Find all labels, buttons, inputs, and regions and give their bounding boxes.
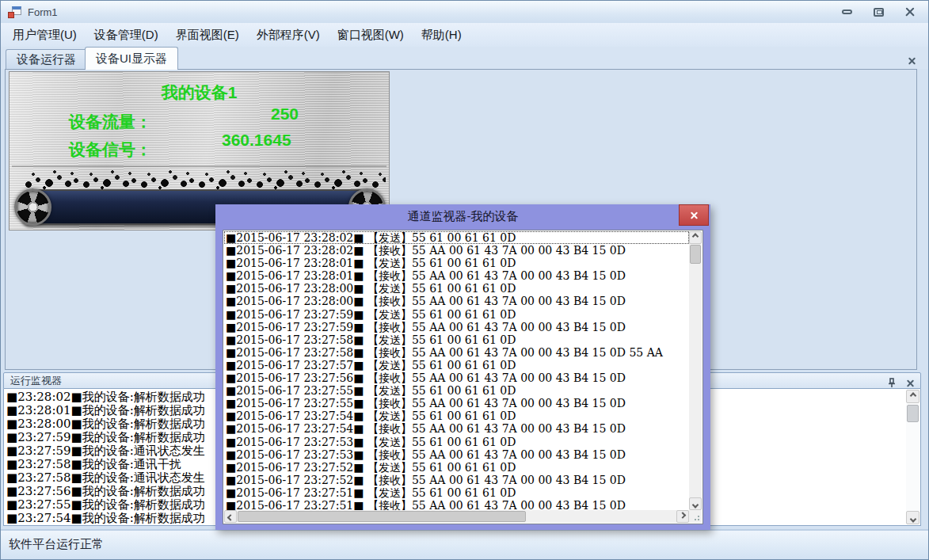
status-text: 软件平台运行正常 <box>1 531 104 558</box>
scroll-up-button[interactable] <box>906 390 919 403</box>
tab-close-button[interactable] <box>908 53 916 67</box>
minimize-button[interactable] <box>840 5 854 19</box>
dock-panel-content <box>708 389 921 526</box>
channel-log-row[interactable]: ■2015-06-17 23:27:52■ 【发送】55 61 00 61 61… <box>224 461 689 474</box>
panel-scrollbar[interactable] <box>906 390 919 524</box>
scroll-down-button[interactable] <box>689 497 702 510</box>
channel-log-row[interactable]: ■2015-06-17 23:27:58■ 【发送】55 61 00 61 61… <box>224 333 689 346</box>
scroll-left-button[interactable] <box>224 510 237 523</box>
tab-device-runner[interactable]: 设备运行器 <box>6 49 87 69</box>
scroll-down-icon <box>692 501 699 508</box>
scrollbar-thumb[interactable] <box>907 405 919 422</box>
channel-log-row[interactable]: ■2015-06-17 23:28:01■ 【发送】55 61 00 61 61… <box>224 257 689 269</box>
menu-item[interactable]: 外部程序(V) <box>248 23 329 47</box>
status-bar: 软件平台运行正常 <box>1 529 928 559</box>
channel-log-row[interactable]: ■2015-06-17 23:28:02■ 【接收】55 AA 00 61 43… <box>224 244 689 257</box>
channel-log-row[interactable]: ■2015-06-17 23:27:52■ 【接收】55 AA 00 61 43… <box>224 474 689 486</box>
menu-item[interactable]: 窗口视图(W) <box>329 23 413 47</box>
title-bar: Form1 <box>1 1 928 23</box>
scroll-right-button[interactable] <box>676 510 689 523</box>
dialog-close-icon <box>691 211 698 219</box>
dialog-log-listbox: ■2015-06-17 23:28:02■ 【发送】55 61 00 61 61… <box>223 230 703 524</box>
channel-log-row[interactable]: ■2015-06-17 23:27:57■ 【发送】55 61 00 61 61… <box>224 359 689 371</box>
channel-log-row[interactable]: ■2015-06-17 23:27:54■ 【接收】55 AA 00 61 43… <box>224 422 689 435</box>
channel-log-row[interactable]: ■2015-06-17 23:27:58■ 【接收】55 AA 00 61 43… <box>224 346 689 359</box>
close-icon <box>905 7 915 17</box>
menu-item[interactable]: 界面视图(E) <box>167 23 248 47</box>
close-button[interactable] <box>903 5 917 19</box>
app-window: Form1 用户管理(U)设备管理(D)界面视图(E)外部程序(V)窗口视图(W… <box>0 0 929 560</box>
channel-log-row[interactable]: ■2015-06-17 23:28:00■ 【接收】55 AA 00 61 43… <box>224 295 689 307</box>
menu-item[interactable]: 设备管理(D) <box>86 23 167 47</box>
window-title: Form1 <box>28 6 58 18</box>
resize-grip[interactable] <box>689 510 702 523</box>
scrollbar-thumb[interactable] <box>690 245 701 264</box>
minimize-icon <box>842 10 852 14</box>
flow-value: 250 <box>271 105 299 124</box>
scroll-down-button[interactable] <box>906 511 919 524</box>
channel-log-row[interactable]: ■2015-06-17 23:27:54■ 【发送】55 61 00 61 61… <box>224 410 689 422</box>
channel-log-row[interactable]: ■2015-06-17 23:28:02■ 【发送】55 61 00 61 61… <box>224 231 689 244</box>
menu-item[interactable]: 用户管理(U) <box>4 23 86 47</box>
channel-log-row[interactable]: ■2015-06-17 23:27:51■ 【接收】55 AA 00 61 43… <box>224 499 689 510</box>
device-title: 我的设备1 <box>10 82 389 104</box>
dialog-close-button[interactable] <box>679 204 709 226</box>
tab-close-icon <box>908 57 916 64</box>
channel-log-row[interactable]: ■2015-06-17 23:27:51■ 【发送】55 61 00 61 61… <box>224 486 689 499</box>
menu-item[interactable]: 帮助(H) <box>413 23 470 47</box>
signal-label: 设备信号： <box>69 139 152 161</box>
menu-bar: 用户管理(U)设备管理(D)界面视图(E)外部程序(V)窗口视图(W)帮助(H) <box>1 23 928 47</box>
channel-log-row[interactable]: ■2015-06-17 23:28:00■ 【发送】55 61 00 61 61… <box>224 282 689 295</box>
channel-log-row[interactable]: ■2015-06-17 23:27:59■ 【接收】55 AA 00 61 43… <box>224 321 689 333</box>
channel-monitor-dialog: 通道监视器-我的设备 ■2015-06-17 23:28:02■ 【发送】55 … <box>215 204 710 530</box>
scroll-up-icon <box>692 233 699 239</box>
dock-panel-header <box>708 372 921 389</box>
tab-strip: 设备运行器 设备UI显示器 <box>1 47 928 69</box>
channel-log-row[interactable]: ■2015-06-17 23:27:53■ 【发送】55 61 00 61 61… <box>224 436 689 448</box>
scroll-left-icon <box>227 514 234 520</box>
panel-close-icon <box>907 379 914 387</box>
pin-icon <box>887 378 897 388</box>
dialog-title: 通道监视器-我的设备 <box>215 204 710 228</box>
channel-log-row[interactable]: ■2015-06-17 23:28:01■ 【接收】55 AA 00 61 43… <box>224 269 689 282</box>
scrollbar-thumb[interactable] <box>238 511 526 522</box>
channel-log-row[interactable]: ■2015-06-17 23:27:55■ 【发送】55 61 00 61 61… <box>224 384 689 397</box>
scroll-down-icon <box>909 516 916 522</box>
flow-label: 设备流量： <box>69 111 152 133</box>
maximize-button[interactable] <box>871 5 885 19</box>
dock-panel-right <box>708 372 921 526</box>
channel-log-row[interactable]: ■2015-06-17 23:27:53■ 【接收】55 AA 00 61 43… <box>224 448 689 461</box>
pin-button[interactable] <box>887 378 897 388</box>
scroll-up-icon <box>909 392 916 398</box>
maximize-icon <box>874 8 884 17</box>
channel-log-row[interactable]: ■2015-06-17 23:27:59■ 【发送】55 61 00 61 61… <box>224 308 689 321</box>
dialog-vertical-scrollbar[interactable] <box>689 231 702 510</box>
dialog-horizontal-scrollbar[interactable] <box>224 510 689 523</box>
gravel-pile-image <box>22 162 386 191</box>
run-monitor-title: 运行监视器 <box>10 375 62 387</box>
scroll-up-button[interactable] <box>689 231 702 244</box>
signal-value: 360.1645 <box>222 131 291 150</box>
channel-log-row[interactable]: ■2015-06-17 23:27:55■ 【接收】55 AA 00 61 43… <box>224 397 689 410</box>
scroll-right-icon <box>680 512 686 518</box>
app-icon <box>8 6 21 18</box>
tab-device-ui-display[interactable]: 设备UI显示器 <box>85 47 178 70</box>
channel-log-row[interactable]: ■2015-06-17 23:27:56■ 【接收】55 AA 00 61 43… <box>224 371 689 384</box>
dialog-log-list: ■2015-06-17 23:28:02■ 【发送】55 61 00 61 61… <box>224 231 689 510</box>
conveyor-wheel-left-icon <box>14 189 51 226</box>
